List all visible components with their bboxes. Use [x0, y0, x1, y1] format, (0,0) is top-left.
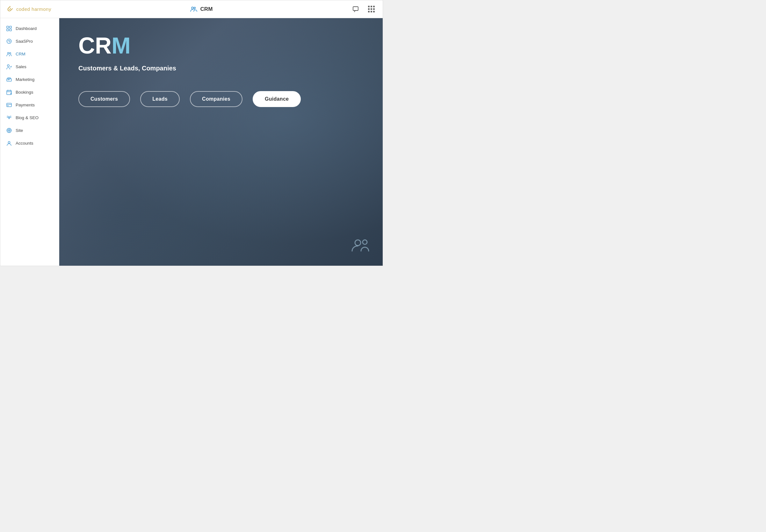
crm-main-heading: CRM [78, 34, 364, 57]
bottom-right-crm-icon [351, 237, 370, 253]
sidebar-label-dashboard: Dashboard [16, 26, 37, 31]
sidebar-label-accounts: Accounts [16, 141, 33, 146]
svg-point-9 [7, 52, 9, 54]
blog-icon [6, 115, 12, 120]
chat-button[interactable] [351, 4, 361, 14]
header-right [351, 4, 376, 14]
sidebar-item-dashboard[interactable]: Dashboard [0, 22, 59, 35]
crm-subtitle: Customers & Leads, Companies [78, 65, 364, 72]
header-title: CRM [200, 6, 213, 12]
svg-rect-5 [10, 26, 11, 28]
companies-button[interactable]: Companies [190, 91, 242, 107]
svg-rect-4 [7, 26, 9, 28]
leads-button[interactable]: Leads [140, 91, 180, 107]
sidebar-label-crm: CRM [16, 52, 25, 56]
crm-icon [6, 51, 12, 57]
svg-point-24 [8, 141, 10, 143]
saaspro-icon [6, 38, 12, 44]
sidebar-item-sales[interactable]: Sales [0, 60, 59, 73]
svg-rect-13 [8, 78, 11, 79]
svg-point-10 [10, 53, 11, 54]
svg-point-11 [7, 65, 9, 67]
crm-text-white: CR [78, 33, 112, 58]
dashboard-icon [6, 25, 12, 31]
crm-text-cyan: M [112, 33, 131, 58]
sidebar-label-bookings: Bookings [16, 90, 33, 95]
svg-rect-22 [7, 105, 9, 106]
sidebar-item-marketing[interactable]: Marketing [0, 73, 59, 86]
sidebar-label-sales: Sales [16, 64, 26, 69]
site-icon [6, 127, 12, 133]
svg-point-26 [363, 240, 367, 244]
sidebar-item-saaspro[interactable]: SaaSPro [0, 35, 59, 47]
customers-button[interactable]: Customers [78, 91, 130, 107]
sidebar-label-payments: Payments [16, 103, 35, 107]
sidebar-item-payments[interactable]: Payments [0, 98, 59, 111]
guidance-button[interactable]: Guidance [253, 91, 301, 107]
svg-point-0 [191, 7, 193, 9]
bookings-icon [6, 89, 12, 95]
sidebar: Dashboard SaaSPro [0, 18, 59, 266]
app-container: coded harmony CRM [0, 0, 383, 266]
crm-header-icon [190, 5, 197, 13]
sidebar-item-site[interactable]: Site [0, 124, 59, 137]
sidebar-label-marketing: Marketing [16, 77, 34, 82]
svg-rect-3 [353, 7, 358, 11]
svg-rect-7 [10, 29, 11, 31]
marketing-icon [6, 76, 12, 82]
main-layout: Dashboard SaaSPro [0, 18, 383, 266]
sidebar-label-saaspro: SaaSPro [16, 39, 33, 44]
header-center: CRM [190, 5, 213, 13]
crm-buttons: Customers Leads Companies Guidance [78, 91, 364, 107]
logo-icon [7, 6, 14, 13]
payments-icon [6, 102, 12, 108]
sidebar-item-bookings[interactable]: Bookings [0, 86, 59, 98]
svg-point-8 [7, 39, 11, 43]
grid-icon [368, 6, 375, 12]
sidebar-label-blog: Blog & SEO [16, 115, 39, 120]
svg-rect-6 [7, 29, 9, 31]
svg-rect-20 [7, 103, 11, 107]
sidebar-item-blog-seo[interactable]: Blog & SEO [0, 111, 59, 124]
header-logo: coded harmony [7, 6, 51, 13]
sales-icon [6, 64, 12, 69]
sidebar-item-accounts[interactable]: Accounts [0, 137, 59, 149]
header: coded harmony CRM [0, 0, 383, 18]
grid-menu-button[interactable] [366, 4, 376, 14]
accounts-icon [6, 140, 12, 146]
svg-point-25 [355, 240, 361, 246]
sidebar-label-site: Site [16, 128, 23, 133]
content-area: CRM Customers & Leads, Companies Custome… [59, 18, 383, 266]
sidebar-item-crm[interactable]: CRM [0, 47, 59, 60]
logo-text: coded harmony [16, 6, 51, 12]
